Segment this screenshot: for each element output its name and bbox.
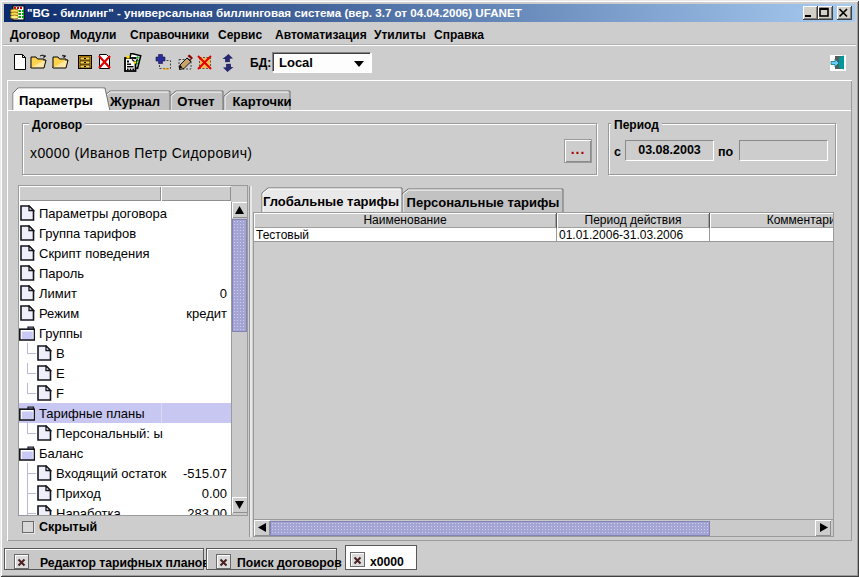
svg-text:Персональные тарифы: Персональные тарифы: [407, 195, 560, 210]
svg-text:Отчет: Отчет: [177, 94, 214, 109]
svg-text:Параметры: Параметры: [19, 93, 93, 108]
svg-text:Журнал: Журнал: [109, 94, 160, 109]
svg-text:Карточки: Карточки: [233, 94, 292, 109]
svg-text:Глобальные тарифы: Глобальные тарифы: [263, 194, 399, 209]
